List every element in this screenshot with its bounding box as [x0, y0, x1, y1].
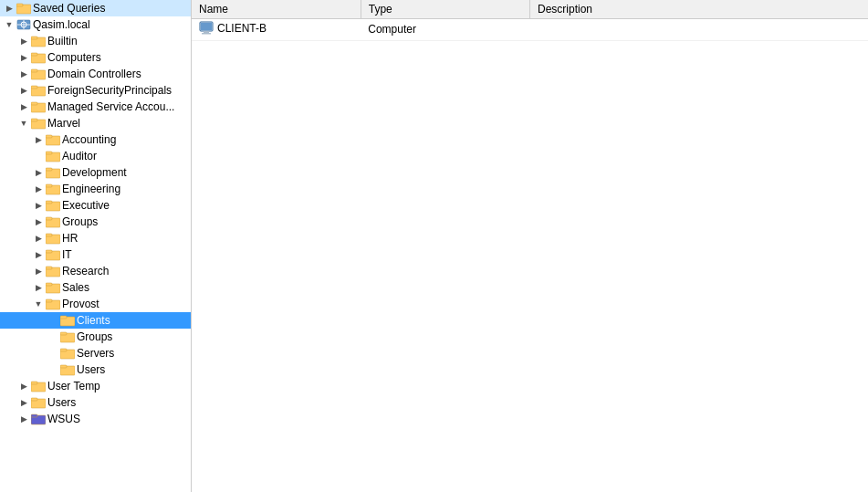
folder-icon-accounting [46, 132, 60, 147]
svg-rect-25 [46, 184, 52, 187]
svg-rect-19 [46, 135, 52, 138]
folder-icon-servers [60, 346, 75, 361]
tree-item-research[interactable]: Research [0, 263, 191, 279]
expander-auditor[interactable] [31, 148, 46, 164]
tree-label-saved-queries: Saved Queries [33, 2, 105, 15]
expander-user-temp[interactable] [16, 378, 31, 394]
svg-rect-23 [46, 168, 52, 171]
svg-rect-21 [46, 152, 52, 154]
svg-rect-53 [31, 414, 37, 417]
expander-provost-groups[interactable] [46, 329, 60, 345]
tree-item-managed-service[interactable]: Managed Service Accou... [0, 99, 191, 115]
tree-item-clients[interactable]: Clients [0, 312, 191, 329]
expander-qasim-local[interactable] [2, 16, 16, 33]
expander-groups[interactable] [31, 214, 46, 230]
svg-rect-11 [31, 69, 37, 72]
content-panel: NameTypeDescription CLIENT-BComputer [192, 0, 868, 492]
tree-item-it[interactable]: IT [0, 246, 191, 263]
svg-rect-7 [31, 37, 37, 39]
column-header-type[interactable]: Type [361, 0, 529, 18]
tree-item-users-provost[interactable]: Users [0, 361, 191, 378]
tree-item-builtin[interactable]: Builtin [0, 33, 191, 49]
svg-rect-13 [31, 86, 37, 89]
tree-label-builtin: Builtin [47, 35, 78, 47]
tree-label-it: IT [62, 248, 72, 261]
column-header-description[interactable]: Description [530, 0, 869, 18]
expander-development[interactable] [31, 164, 46, 181]
tree-item-domain-controllers[interactable]: Domain Controllers [0, 66, 191, 82]
expander-clients[interactable] [46, 312, 60, 329]
tree-item-users[interactable]: Users [0, 394, 191, 411]
expander-managed-service[interactable] [16, 99, 31, 115]
folder-icon-saved-queries [16, 1, 31, 16]
tree-item-saved-queries[interactable]: Saved Queries [0, 0, 191, 16]
folder-icon-foreign-security [31, 83, 46, 98]
folder-icon-hr [46, 231, 60, 246]
cell-type: Computer [361, 18, 529, 40]
tree-item-computers[interactable]: Computers [0, 49, 191, 66]
expander-research[interactable] [31, 263, 46, 279]
tree-label-research: Research [62, 265, 109, 277]
tree-item-groups[interactable]: Groups [0, 214, 191, 230]
cell-description [530, 18, 869, 40]
tree-label-executive: Executive [62, 199, 110, 212]
expander-accounting[interactable] [31, 131, 46, 148]
folder-icon-builtin [31, 34, 46, 48]
tree-label-clients: Clients [77, 314, 110, 327]
tree-label-auditor: Auditor [62, 150, 97, 162]
expander-hr[interactable] [31, 230, 46, 246]
svg-rect-37 [46, 283, 52, 286]
svg-rect-43 [60, 332, 67, 335]
column-header-name[interactable]: Name [192, 0, 361, 18]
tree-label-wsus: WSUS [47, 413, 80, 425]
tree-item-servers[interactable]: Servers [0, 345, 191, 361]
tree-item-auditor[interactable]: Auditor [0, 148, 191, 164]
expander-servers[interactable] [46, 345, 60, 361]
tree-label-provost-groups: Groups [77, 330, 112, 343]
tree-label-users-provost: Users [77, 363, 105, 376]
tree-panel: Saved Queries Qasim.local Builtin Comput… [0, 0, 192, 492]
expander-wsus[interactable] [16, 411, 31, 427]
svg-rect-17 [31, 119, 37, 121]
tree-item-foreign-security[interactable]: ForeignSecurityPrincipals [0, 82, 191, 99]
folder-icon-users-provost [60, 362, 75, 377]
tree-item-engineering[interactable]: Engineering [0, 181, 191, 197]
expander-users[interactable] [16, 394, 31, 411]
tree-container: Saved Queries Qasim.local Builtin Comput… [0, 0, 191, 427]
svg-rect-31 [46, 234, 52, 236]
tree-item-executive[interactable]: Executive [0, 197, 191, 214]
tree-item-hr[interactable]: HR [0, 230, 191, 246]
folder-icon-development [46, 165, 60, 180]
tree-item-qasim-local[interactable]: Qasim.local [0, 16, 191, 33]
tree-label-groups: Groups [62, 215, 98, 228]
expander-it[interactable] [31, 246, 46, 263]
tree-item-user-temp[interactable]: User Temp [0, 378, 191, 394]
tree-item-development[interactable]: Development [0, 164, 191, 181]
tree-label-engineering: Engineering [62, 183, 120, 195]
expander-marvel[interactable] [16, 115, 31, 131]
expander-executive[interactable] [31, 197, 46, 214]
tree-item-accounting[interactable]: Accounting [0, 131, 191, 148]
tree-item-marvel[interactable]: Marvel [0, 115, 191, 131]
expander-foreign-security[interactable] [16, 82, 31, 99]
expander-engineering[interactable] [31, 181, 46, 197]
table-row[interactable]: CLIENT-BComputer [192, 18, 868, 40]
svg-rect-51 [31, 398, 37, 401]
tree-label-development: Development [62, 166, 127, 179]
expander-saved-queries[interactable] [2, 0, 16, 16]
expander-domain-controllers[interactable] [16, 66, 31, 82]
expander-provost[interactable] [31, 296, 46, 312]
svg-rect-55 [204, 31, 209, 33]
tree-item-provost[interactable]: Provost [0, 296, 191, 312]
tree-item-sales[interactable]: Sales [0, 279, 191, 296]
expander-sales[interactable] [31, 279, 46, 296]
expander-users-provost[interactable] [46, 361, 60, 378]
expander-computers[interactable] [16, 49, 31, 66]
expander-builtin[interactable] [16, 33, 31, 49]
tree-label-marvel: Marvel [47, 117, 80, 130]
svg-rect-15 [31, 102, 37, 105]
tree-item-wsus[interactable]: WSUS [0, 411, 191, 427]
tree-item-provost-groups[interactable]: Groups [0, 329, 191, 345]
folder-icon-wsus [31, 412, 46, 426]
folder-icon-users [31, 395, 46, 410]
